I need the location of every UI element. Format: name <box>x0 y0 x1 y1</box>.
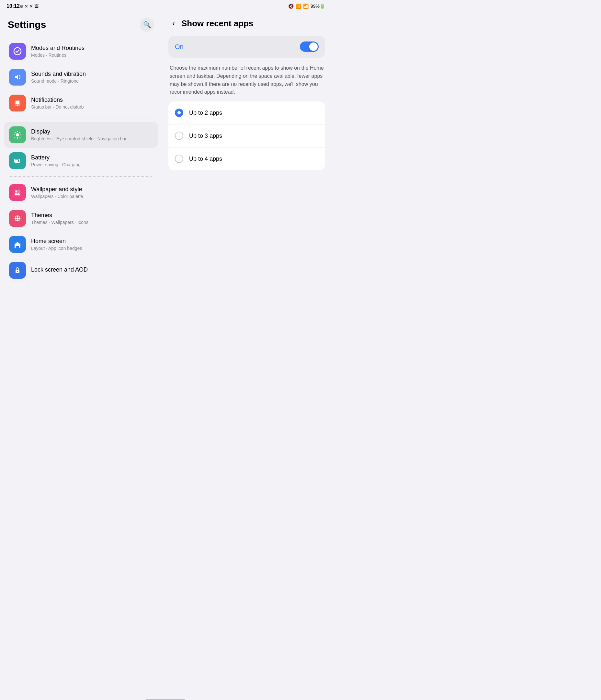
svg-point-9 <box>17 218 19 219</box>
status-right-icons: 🔇 📶 📶 99%🔋 <box>288 4 325 9</box>
radio-label-up-to-3: Up to 3 apps <box>189 132 222 139</box>
lock-screen-label: Lock screen and AOD <box>31 267 153 273</box>
notif-icon-3: ✕ <box>29 4 33 9</box>
notifications-sub: Status bar · Do not disturb <box>31 104 153 109</box>
sidebar-item-lock-screen[interactable]: Lock screen and AOD <box>4 257 158 283</box>
sidebar-item-notifications[interactable]: Notifications Status bar · Do not distur… <box>4 90 158 116</box>
wifi-icon: 📶 <box>296 4 301 9</box>
sounds-label: Sounds and vibration <box>31 71 153 77</box>
scroll-bar <box>146 699 185 700</box>
left-panel: Settings 🔍 Modes and Routines Modes · Ro… <box>0 11 162 695</box>
svg-point-11 <box>17 271 18 272</box>
sidebar-item-battery[interactable]: Battery Power saving · Charging <box>4 148 158 174</box>
battery-icon <box>9 152 26 169</box>
divider-1 <box>10 119 152 119</box>
toggle-label: On <box>175 43 184 51</box>
settings-list: Modes and Routines Modes · Routines Soun… <box>4 38 158 283</box>
radio-item-up-to-2[interactable]: Up to 2 apps <box>168 101 325 124</box>
modes-routines-sub: Modes · Routines <box>31 52 153 58</box>
wallpaper-sub: Wallpapers · Color palette <box>31 194 153 199</box>
right-header: ‹ Show recent apps <box>168 14 325 36</box>
main-layout: Settings 🔍 Modes and Routines Modes · Ro… <box>0 11 332 695</box>
radio-label-up-to-4: Up to 4 apps <box>189 155 222 162</box>
toggle-switch[interactable] <box>300 42 319 52</box>
svg-point-7 <box>16 191 17 192</box>
svg-rect-5 <box>15 160 18 162</box>
signal-icon: 📶 <box>303 4 309 9</box>
modes-routines-icon <box>9 43 26 60</box>
battery-label: 99%🔋 <box>311 4 325 9</box>
wallpaper-icon <box>9 184 26 201</box>
notifications-icon <box>9 95 26 111</box>
notif-icon-4: 🖼 <box>34 4 38 9</box>
battery-sub: Power saving · Charging <box>31 162 153 167</box>
wallpaper-label: Wallpaper and style <box>31 186 153 193</box>
sounds-sub: Sound mode · Ringtone <box>31 78 153 83</box>
radio-item-up-to-4[interactable]: Up to 4 apps <box>168 147 325 170</box>
radio-options-list: Up to 2 apps Up to 3 apps Up to 4 apps <box>168 101 325 170</box>
sidebar-item-home-screen[interactable]: Home screen Layout · App icon badges <box>4 231 158 257</box>
scroll-indicator <box>0 695 332 700</box>
home-screen-sub: Layout · App icon badges <box>31 246 153 251</box>
themes-label: Themes <box>31 212 153 219</box>
right-panel-title: Show recent apps <box>181 19 254 28</box>
sidebar-item-modes-routines[interactable]: Modes and Routines Modes · Routines <box>4 38 158 64</box>
modes-routines-label: Modes and Routines <box>31 45 153 52</box>
page-title: Settings <box>8 19 46 30</box>
themes-sub: Themes · Wallpapers · Icons <box>31 220 153 225</box>
sidebar-item-sounds[interactable]: Sounds and vibration Sound mode · Ringto… <box>4 64 158 90</box>
back-icon: ‹ <box>172 19 175 28</box>
toggle-row: On <box>168 36 325 58</box>
search-button[interactable]: 🔍 <box>140 18 154 32</box>
radio-item-up-to-3[interactable]: Up to 3 apps <box>168 124 325 147</box>
description-text: Choose the maximum number of recent apps… <box>168 63 325 101</box>
back-button[interactable]: ‹ <box>170 18 178 29</box>
divider-2 <box>10 176 152 177</box>
search-icon: 🔍 <box>143 21 151 28</box>
themes-icon <box>9 210 26 227</box>
display-icon <box>9 126 26 143</box>
panel-header: Settings 🔍 <box>0 14 162 38</box>
home-screen-icon <box>9 236 26 253</box>
lock-screen-icon <box>9 262 26 279</box>
svg-point-2 <box>17 105 18 106</box>
sounds-icon <box>9 69 26 85</box>
notifications-label: Notifications <box>31 97 153 103</box>
right-panel: ‹ Show recent apps On Choose the maximum… <box>162 11 332 695</box>
radio-circle-up-to-2 <box>175 108 183 117</box>
display-label: Display <box>31 128 153 135</box>
radio-circle-up-to-3 <box>175 131 183 140</box>
sidebar-item-wallpaper[interactable]: Wallpaper and style Wallpapers · Color p… <box>4 179 158 205</box>
status-notif-icons: ⊖ ✕ ✕ 🖼 <box>20 4 38 9</box>
sidebar-item-display[interactable]: Display Brightness · Eye comfort shield … <box>4 122 158 148</box>
svg-point-3 <box>16 133 19 136</box>
display-sub: Brightness · Eye comfort shield · Naviga… <box>31 136 153 141</box>
status-bar: 10:12 ⊖ ✕ ✕ 🖼 🔇 📶 📶 99%🔋 <box>0 0 332 11</box>
radio-circle-up-to-4 <box>175 155 183 163</box>
mute-icon: 🔇 <box>288 4 294 9</box>
notif-icon-2: ✕ <box>25 4 28 9</box>
notif-icon-1: ⊖ <box>20 4 23 9</box>
battery-label: Battery <box>31 154 153 161</box>
status-time: 10:12 <box>6 3 20 9</box>
radio-label-up-to-2: Up to 2 apps <box>189 109 222 116</box>
home-screen-label: Home screen <box>31 238 153 245</box>
sidebar-item-themes[interactable]: Themes Themes · Wallpapers · Icons <box>4 205 158 231</box>
